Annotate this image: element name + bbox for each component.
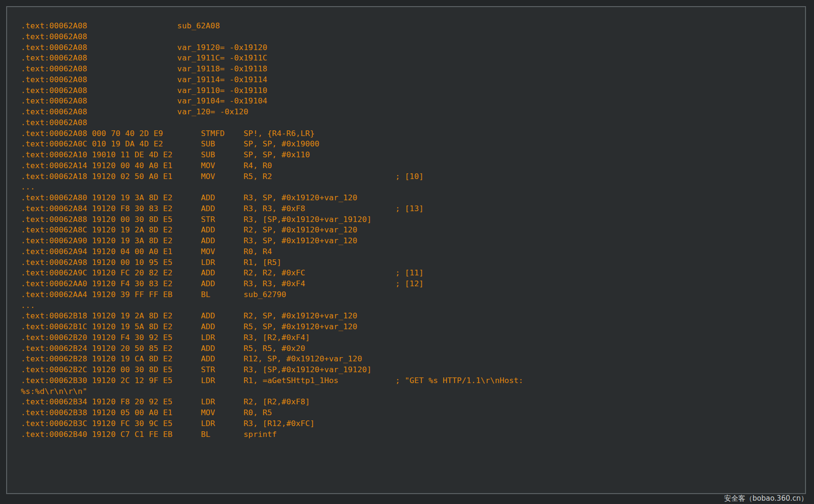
listing-line: .text:00062A08 var_1911C= -0x1911C — [21, 53, 523, 64]
listing-line: .text:00062B38 19120 05 00 A0 E1 MOV R0,… — [21, 408, 523, 419]
listing-line: .text:00062A18 19120 02 50 A0 E1 MOV R5,… — [21, 171, 523, 182]
listing-line: .text:00062A08 var_120= -0x120 — [21, 107, 523, 118]
listing-line: .text:00062A94 19120 04 00 A0 E1 MOV R0,… — [21, 247, 523, 257]
listing-line: .text:00062B18 19120 19 2A 8D E2 ADD R2,… — [21, 311, 523, 322]
disassembly-listing: .text:00062A08 sub_62A08.text:00062A08.t… — [21, 21, 523, 440]
listing-line: .text:00062B34 19120 F8 20 92 E5 LDR R2,… — [21, 397, 523, 408]
listing-line: .text:00062A98 19120 00 10 95 E5 LDR R1,… — [21, 257, 523, 268]
listing-line: .text:00062A08 var_19114= -0x19114 — [21, 75, 523, 85]
listing-line: %s:%d\r\n\r\n" — [21, 386, 523, 397]
listing-line: .text:00062A9C 19120 FC 20 82 E2 ADD R2,… — [21, 268, 523, 279]
listing-line: .text:00062A0C 010 19 DA 4D E2 SUB SP, S… — [21, 139, 523, 150]
listing-line: .text:00062A80 19120 19 3A 8D E2 ADD R3,… — [21, 193, 523, 204]
listing-line: .text:00062A08 var_19104= -0x19104 — [21, 96, 523, 107]
listing-line: .text:00062B28 19120 19 CA 8D E2 ADD R12… — [21, 354, 523, 365]
listing-line: .text:00062A88 19120 00 30 8D E5 STR R3,… — [21, 214, 523, 225]
listing-line: .text:00062B20 19120 F4 30 92 E5 LDR R3,… — [21, 333, 523, 343]
listing-line: .text:00062B24 19120 20 50 85 E2 ADD R5,… — [21, 343, 523, 354]
listing-line: .text:00062A8C 19120 19 2A 8D E2 ADD R2,… — [21, 225, 523, 236]
listing-line: .text:00062A08 var_19118= -0x19118 — [21, 64, 523, 75]
listing-line: .text:00062B40 19120 C7 C1 FE EB BL spri… — [21, 429, 523, 440]
listing-line: .text:00062A08 var_19110= -0x19110 — [21, 85, 523, 96]
listing-line: .text:00062A08 — [21, 118, 523, 128]
listing-line: .text:00062A08 000 70 40 2D E9 STMFD SP!… — [21, 128, 523, 139]
watermark: 安全客（bobao.360.cn） — [724, 494, 808, 503]
listing-line: .text:00062B3C 19120 FC 30 9C E5 LDR R3,… — [21, 419, 523, 429]
listing-line: .text:00062A90 19120 19 3A 8D E2 ADD R3,… — [21, 236, 523, 247]
listing-line: .text:00062A08 var_19120= -0x19120 — [21, 43, 523, 53]
listing-line: ... — [21, 300, 523, 311]
listing-line: .text:00062B2C 19120 00 30 8D E5 STR R3,… — [21, 365, 523, 376]
listing-line: .text:00062AA4 19120 39 FF FF EB BL sub_… — [21, 290, 523, 300]
listing-line: .text:00062A84 19120 F8 30 83 E2 ADD R3,… — [21, 204, 523, 214]
listing-line: .text:00062A08 — [21, 32, 523, 43]
disassembly-panel: .text:00062A08 sub_62A08.text:00062A08.t… — [6, 6, 806, 494]
listing-line: ... — [21, 182, 523, 193]
listing-line: .text:00062A14 19120 00 40 A0 E1 MOV R4,… — [21, 161, 523, 171]
listing-line: .text:00062AA0 19120 F4 30 83 E2 ADD R3,… — [21, 279, 523, 290]
listing-line: .text:00062B1C 19120 19 5A 8D E2 ADD R5,… — [21, 322, 523, 333]
listing-line: .text:00062B30 19120 2C 12 9F E5 LDR R1,… — [21, 376, 523, 386]
listing-line: .text:00062A10 19010 11 DE 4D E2 SUB SP,… — [21, 150, 523, 161]
listing-line: .text:00062A08 sub_62A08 — [21, 21, 523, 32]
